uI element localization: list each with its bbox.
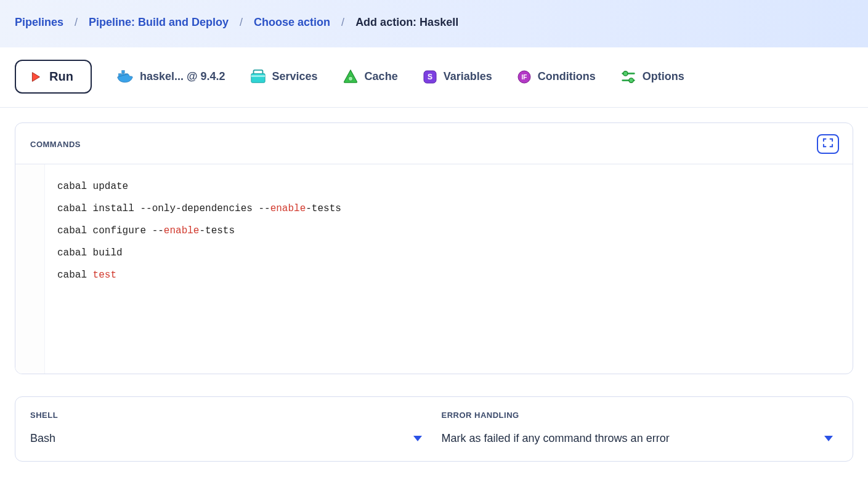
tab-conditions[interactable]: IF Conditions	[517, 70, 596, 84]
error-handling-select[interactable]: Mark as failed if any command throws an …	[442, 432, 838, 445]
tab-services-label: Services	[272, 70, 318, 83]
shell-value: Bash	[30, 432, 55, 445]
services-icon	[250, 69, 266, 85]
breadcrumb-link-pipelines[interactable]: Pipelines	[15, 16, 63, 29]
tab-services[interactable]: Services	[250, 69, 318, 85]
svg-rect-3	[122, 70, 124, 73]
breadcrumb-separator-icon: /	[240, 16, 243, 29]
tabs-bar: Run haskel... @ 9.4.2 Services	[0, 47, 868, 108]
shell-label: SHELL	[30, 411, 427, 420]
expand-icon	[822, 138, 834, 150]
breadcrumb-separator-icon: /	[341, 16, 344, 29]
breadcrumb-current: Add action: Haskell	[355, 16, 458, 29]
variables-icon: S	[423, 70, 437, 84]
tab-variables[interactable]: S Variables	[423, 70, 492, 84]
commands-editor[interactable]: cabal update cabal install --only-depend…	[45, 164, 853, 374]
svg-rect-4	[251, 75, 264, 77]
tab-run[interactable]: Run	[15, 60, 92, 94]
chevron-down-icon	[413, 436, 422, 441]
breadcrumb-separator-icon: /	[75, 16, 78, 29]
error-handling-label: ERROR HANDLING	[442, 411, 838, 420]
breadcrumb: Pipelines / Pipeline: Build and Deploy /…	[0, 0, 868, 47]
settings-panel: SHELL Bash ERROR HANDLING Mark as failed…	[15, 396, 853, 462]
tab-variables-label: Variables	[444, 70, 492, 83]
code-gutter	[15, 164, 45, 374]
svg-text:IF: IF	[521, 74, 527, 81]
play-icon	[28, 70, 42, 84]
error-handling-value: Mark as failed if any command throws an …	[442, 432, 670, 445]
conditions-icon: IF	[517, 70, 532, 84]
tab-options-label: Options	[643, 70, 684, 83]
tab-cache[interactable]: Cache	[343, 69, 398, 85]
tab-cache-label: Cache	[365, 70, 398, 83]
svg-text:S: S	[428, 73, 432, 81]
tab-options[interactable]: Options	[620, 69, 684, 85]
tab-image-label: haskel... @ 9.4.2	[140, 70, 225, 83]
tab-docker-image[interactable]: haskel... @ 9.4.2	[116, 69, 225, 85]
cache-icon	[343, 69, 359, 85]
shell-select[interactable]: Bash	[30, 432, 427, 445]
svg-point-13	[629, 78, 633, 82]
commands-panel: COMMANDS cabal update cabal install --on…	[15, 122, 853, 374]
breadcrumb-link-choose-action[interactable]: Choose action	[254, 16, 330, 29]
svg-point-5	[348, 76, 352, 81]
breadcrumb-link-pipeline[interactable]: Pipeline: Build and Deploy	[89, 16, 229, 29]
expand-button[interactable]	[817, 134, 839, 154]
options-icon	[620, 69, 636, 85]
tab-conditions-label: Conditions	[538, 70, 596, 83]
svg-point-12	[623, 71, 627, 75]
tab-run-label: Run	[49, 70, 73, 84]
chevron-down-icon	[824, 436, 833, 441]
docker-icon	[116, 69, 134, 85]
commands-label: COMMANDS	[30, 140, 81, 149]
